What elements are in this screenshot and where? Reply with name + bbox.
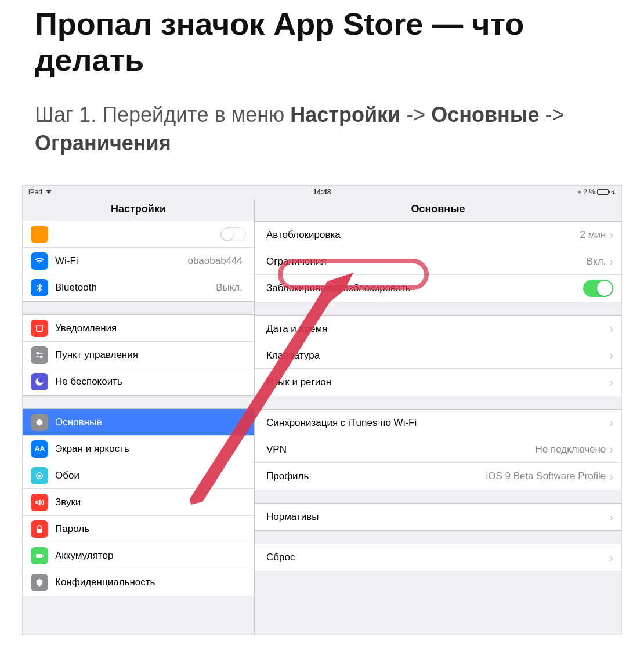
sidebar-item-display[interactable]: AA Экран и яркость [23, 436, 254, 462]
sidebar-item-wallpaper[interactable]: Обои [23, 462, 254, 489]
chevron-right-icon: › [609, 322, 613, 335]
chevron-right-icon: › [609, 511, 613, 524]
sidebar-title: Настройки [23, 198, 254, 221]
vpn-value: Не подключено [536, 444, 606, 455]
privacy-icon [31, 574, 48, 591]
ipad-settings-screenshot: iPad 14:48 ⌖ 2 % ↯ Настройки [22, 185, 622, 635]
dnd-label: Не беспокоить [55, 376, 246, 388]
chevron-right-icon: › [609, 255, 613, 268]
step-bold-1: Настройки [290, 103, 400, 126]
wifi-icon [31, 252, 48, 270]
svg-rect-7 [43, 555, 44, 556]
wallpaper-icon [31, 467, 48, 484]
lock-unlock-toggle[interactable] [583, 280, 613, 297]
dnd-icon [31, 373, 48, 390]
detail-profile[interactable]: Профиль iOS 9 Beta Software Profile › [255, 463, 621, 490]
display-label: Экран и яркость [55, 443, 246, 455]
status-bar: iPad 14:48 ⌖ 2 % ↯ [23, 186, 621, 198]
article-title: Пропал значок App Store — что делать [35, 6, 609, 78]
gear-icon [31, 414, 48, 431]
lock-unlock-label: Заблокировать/разблокировать [266, 283, 583, 294]
sounds-label: Звуки [55, 497, 246, 508]
sidebar-item-battery[interactable]: Аккумулятор [23, 542, 254, 569]
sounds-icon [31, 494, 48, 511]
detail-reset[interactable]: Сброс › [255, 544, 621, 571]
lock-icon [31, 520, 48, 538]
detail-itunes-sync[interactable]: Синхронизация с iTunes по Wi-Fi › [255, 410, 621, 436]
chevron-right-icon: › [609, 416, 613, 429]
profile-value: iOS 9 Beta Software Profile [486, 471, 606, 482]
sidebar-item-bluetooth[interactable]: Bluetooth Выкл. [23, 274, 254, 301]
sidebar-item-sounds[interactable]: Звуки [23, 489, 254, 516]
general-label: Основные [55, 417, 246, 428]
step-bold-3: Ограничения [35, 131, 171, 155]
chevron-right-icon: › [609, 376, 613, 389]
autolock-label: Автоблокировка [266, 229, 580, 241]
wallpaper-label: Обои [55, 470, 246, 482]
battery-label: Аккумулятор [55, 550, 246, 562]
keyboard-label: Клавиатура [266, 350, 609, 361]
chevron-right-icon: › [609, 470, 613, 483]
detail-restrictions[interactable]: Ограничения Вкл. › [255, 248, 621, 275]
chevron-right-icon: › [609, 228, 613, 241]
wifi-label: Wi-Fi [55, 255, 187, 267]
detail-vpn[interactable]: VPN Не подключено › [255, 436, 621, 463]
profile-label: Профиль [266, 471, 486, 482]
bluetooth-value: Выкл. [216, 282, 243, 294]
bluetooth-label: Bluetooth [55, 282, 216, 294]
wifi-value: obaobab444 [187, 255, 243, 267]
svg-rect-6 [36, 554, 42, 558]
vpn-label: VPN [266, 444, 536, 455]
detail-autolock[interactable]: Автоблокировка 2 мин › [255, 222, 621, 248]
chevron-right-icon: › [609, 349, 613, 362]
sidebar-item-privacy[interactable]: Конфиденциальность [23, 569, 254, 596]
battery-percent: 2 % [583, 188, 595, 196]
notifications-label: Уведомления [55, 323, 246, 334]
datetime-label: Дата и время [266, 323, 609, 335]
detail-lock-unlock[interactable]: Заблокировать/разблокировать [255, 275, 621, 302]
itunes-sync-label: Синхронизация с iTunes по Wi-Fi [266, 417, 609, 429]
general-detail-pane: Основные Автоблокировка 2 мин › Ограниче… [255, 198, 621, 635]
detail-lang-region[interactable]: Язык и регион › [255, 369, 621, 396]
sidebar-item-notifications[interactable]: Уведомления [23, 315, 254, 342]
wifi-status-icon [45, 188, 53, 196]
detail-datetime[interactable]: Дата и время › [255, 316, 621, 342]
step-arrow-2: -> [540, 103, 565, 126]
battery-icon [597, 189, 609, 195]
sidebar-item-general[interactable]: Основные [23, 409, 254, 436]
privacy-label: Конфиденциальность [55, 577, 246, 588]
restrictions-value: Вкл. [587, 256, 606, 267]
display-icon: AA [31, 440, 48, 458]
detail-regulatory[interactable]: Нормативы › [255, 504, 621, 530]
svg-rect-0 [37, 325, 43, 332]
sidebar-item-wifi[interactable]: Wi-Fi obaobab444 [23, 248, 254, 274]
svg-point-4 [39, 475, 41, 476]
step-1-text: Шаг 1. Перейдите в меню Настройки -> Осн… [35, 101, 609, 157]
passcode-label: Пароль [55, 523, 246, 535]
sidebar-item-airplane[interactable] [23, 221, 254, 248]
step-prefix: Шаг 1. Перейдите в меню [35, 103, 290, 126]
chevron-right-icon: › [609, 551, 613, 564]
status-time: 14:48 [313, 188, 331, 196]
device-label: iPad [28, 188, 42, 196]
detail-title: Основные [255, 198, 621, 221]
bluetooth-icon [31, 279, 48, 296]
sidebar-item-passcode[interactable]: Пароль [23, 516, 254, 542]
step-arrow-1: -> [400, 103, 431, 126]
sidebar-item-control-center[interactable]: Пункт управления [23, 342, 254, 368]
airplane-icon [31, 226, 48, 243]
autolock-value: 2 мин [580, 229, 606, 241]
battery-settings-icon [31, 547, 48, 564]
svg-rect-5 [37, 529, 42, 533]
step-bold-2: Основные [431, 103, 539, 126]
control-center-icon [31, 346, 48, 364]
airplane-toggle[interactable] [220, 227, 246, 241]
charging-icon: ↯ [610, 189, 616, 196]
notifications-icon [31, 320, 48, 337]
sidebar-item-dnd[interactable]: Не беспокоить [23, 368, 254, 395]
location-icon: ⌖ [577, 188, 581, 196]
lang-region-label: Язык и регион [266, 377, 609, 388]
settings-sidebar: Настройки Wi-Fi obaobab444 [23, 198, 255, 635]
restrictions-label: Ограничения [266, 256, 587, 267]
detail-keyboard[interactable]: Клавиатура › [255, 342, 621, 369]
